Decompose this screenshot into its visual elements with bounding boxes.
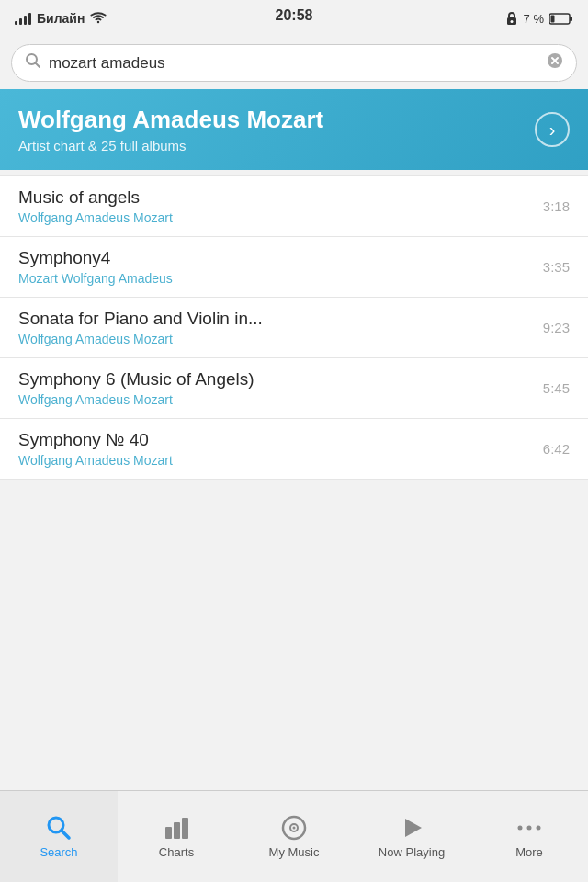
lock-icon [505,11,518,26]
song-item[interactable]: Sonata for Piano and Violin in... Wolfga… [0,298,588,358]
search-bar: mozart amadeus [0,37,588,89]
song-title: Music of angels [18,187,173,208]
more-tab-icon [515,814,543,842]
tab-nowplaying[interactable]: Now Playing [353,791,470,882]
carrier-label: Билайн [37,11,85,26]
song-title: Symphony 6 (Music of Angels) [18,369,254,390]
tab-mymusic[interactable]: My Music [235,791,353,882]
song-item[interactable]: Symphony № 40 Wolfgang Amadeus Mozart 6:… [0,419,588,480]
tab-charts-label: Charts [159,845,194,859]
song-duration: 3:35 [533,259,570,275]
tab-charts[interactable]: Charts [118,791,235,882]
svg-rect-4 [570,17,572,21]
artist-subtitle: Artist chart & 25 full albums [18,138,323,153]
svg-point-21 [537,826,541,831]
search-tab-icon [45,814,73,842]
song-info: Symphony 6 (Music of Angels) Wolfgang Am… [18,369,254,407]
svg-point-20 [527,826,532,831]
svg-rect-12 [165,827,172,839]
song-duration: 9:23 [533,320,570,335]
song-artist: Wolfgang Amadeus Mozart [18,453,173,468]
tab-more[interactable]: More [470,791,588,882]
battery-percentage: 7 % [524,12,544,26]
battery-icon [549,13,573,25]
svg-marker-18 [405,819,422,837]
song-duration: 5:45 [533,380,570,396]
search-clear-button[interactable] [547,52,563,74]
artist-chevron-icon[interactable]: › [535,112,570,147]
search-icon [25,52,41,74]
svg-rect-3 [551,15,555,22]
charts-tab-icon [163,814,190,842]
wifi-icon [90,12,107,25]
artist-card-text: Wolfgang Amadeus Mozart Artist chart & 2… [18,106,323,153]
song-artist: Mozart Wolfgang Amadeus [18,271,173,286]
svg-line-11 [62,831,69,838]
song-item[interactable]: Music of angels Wolfgang Amadeus Mozart … [0,175,588,237]
tab-search[interactable]: Search [0,791,118,882]
svg-point-17 [293,827,296,830]
song-info: Symphony № 40 Wolfgang Amadeus Mozart [18,430,173,468]
song-info: Symphony4 Mozart Wolfgang Amadeus [18,248,173,286]
song-info: Music of angels Wolfgang Amadeus Mozart [18,187,173,225]
artist-card[interactable]: Wolfgang Amadeus Mozart Artist chart & 2… [0,89,588,170]
song-duration: 6:42 [533,441,570,457]
search-query: mozart amadeus [49,54,539,73]
svg-line-6 [36,63,40,68]
search-input-wrapper[interactable]: mozart amadeus [11,44,577,82]
tab-search-label: Search [40,845,77,859]
tab-more-label: More [515,845,543,859]
svg-rect-13 [174,822,180,839]
tab-mymusic-label: My Music [269,845,320,859]
tab-nowplaying-label: Now Playing [379,845,445,859]
artist-name: Wolfgang Amadeus Mozart [18,106,323,134]
song-duration: 3:18 [533,198,570,214]
signal-icon [15,12,31,25]
tab-bar: Search Charts My Music Now Playing Mor [0,790,588,882]
song-artist: Wolfgang Amadeus Mozart [18,210,173,225]
svg-rect-14 [182,818,188,839]
status-bar: Билайн 20:58 7 % [0,0,588,37]
song-list: Music of angels Wolfgang Amadeus Mozart … [0,175,588,480]
mymusic-tab-icon [280,814,308,842]
song-info: Sonata for Piano and Violin in... Wolfga… [18,309,263,346]
song-artist: Wolfgang Amadeus Mozart [18,392,254,407]
song-title: Symphony № 40 [18,430,173,450]
svg-point-19 [518,826,523,831]
status-time: 20:58 [276,7,313,24]
song-title: Sonata for Piano and Violin in... [18,309,263,329]
song-item[interactable]: Symphony 6 (Music of Angels) Wolfgang Am… [0,358,588,419]
song-title: Symphony4 [18,248,173,268]
song-item[interactable]: Symphony4 Mozart Wolfgang Amadeus 3:35 [0,237,588,298]
svg-point-1 [510,20,513,23]
song-artist: Wolfgang Amadeus Mozart [18,332,263,346]
nowplaying-tab-icon [398,814,425,842]
